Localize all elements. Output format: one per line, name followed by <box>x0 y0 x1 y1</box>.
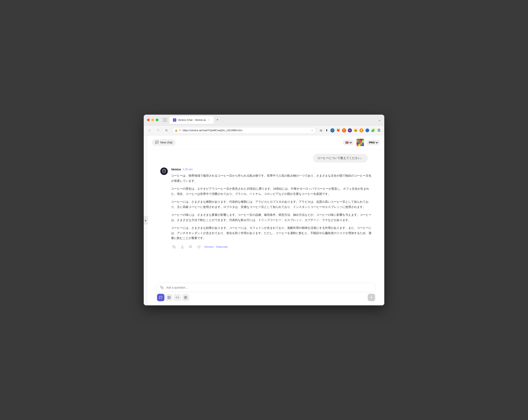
toolbar-left <box>157 294 189 301</box>
new-chat-label: New chat <box>160 141 172 144</box>
copy-button[interactable] <box>171 244 177 250</box>
svg-rect-14 <box>360 144 362 146</box>
traffic-lights <box>147 118 158 121</box>
extension-unknown1[interactable]: 🛡 <box>330 128 335 132</box>
url-text: https://venice.ai/chat/YQeMCswj3m_mDJ0BK… <box>182 129 309 132</box>
minimize-button[interactable] <box>151 118 154 121</box>
new-chat-button[interactable]: New chat <box>152 139 176 146</box>
extension-pocket[interactable]: 🗂 <box>319 128 323 132</box>
flag-button[interactable] <box>188 244 193 250</box>
extension-circle[interactable]: 🔵 <box>365 128 369 132</box>
svg-rect-3 <box>362 139 364 140</box>
svg-rect-7 <box>362 140 364 142</box>
tab-bar: V Venice Chat - Venice.ai × + <box>170 116 376 124</box>
close-button[interactable] <box>147 118 150 121</box>
ai-paragraph-3: コーヒーには、さまざまな種類があります。代表的な種類には、アラビカとロブスタがあ… <box>171 199 372 209</box>
svg-rect-19 <box>164 170 164 170</box>
svg-rect-11 <box>362 142 364 144</box>
star-icon[interactable]: ☆ <box>311 129 313 132</box>
extension-ud[interactable]: υ <box>348 128 352 132</box>
active-tab[interactable]: V Venice Chat - Venice.ai × <box>170 116 214 124</box>
reload-button[interactable]: ↻ <box>164 128 169 133</box>
window-menu-button[interactable]: ⌄ <box>378 118 381 122</box>
titlebar: V Venice Chat - Venice.ai × + ⌄ <box>144 115 384 125</box>
chat-input[interactable] <box>166 286 372 289</box>
user-bubble: コーヒーについて教えてください。 <box>313 154 368 163</box>
sidebar-toggle-button[interactable]: ▶ <box>144 216 148 224</box>
svg-rect-1 <box>358 139 360 140</box>
user-message: コーヒーについて教えてください。 <box>160 154 372 163</box>
settings-mode-button[interactable] <box>182 294 189 301</box>
site-settings-icon: ⊕ <box>179 129 181 132</box>
svg-rect-4 <box>357 140 358 142</box>
ai-paragraph-5: コーヒーには、さまざまな効果があります。コーヒーには、カフェインが含まれており、… <box>171 225 372 241</box>
svg-rect-5 <box>358 140 360 142</box>
extension-btc[interactable]: ₿ <box>360 128 363 132</box>
svg-rect-2 <box>360 139 362 140</box>
browser-bar: ↻ 🔒 ⊕ https://venice.ai/chat/YQeMCswj3m_… <box>144 125 384 135</box>
elaborate-button[interactable]: Elaborate <box>216 245 228 248</box>
user-avatar[interactable] <box>357 139 364 146</box>
attachment-icon[interactable]: 📎 <box>160 285 164 289</box>
tab-close-button[interactable]: × <box>207 118 210 121</box>
shorten-button[interactable]: Shorten <box>204 245 214 248</box>
ai-paragraph-2: コーヒーの歴史は、エチオピアでコーヒー豆が発見された15世紀に遡ります。16世紀… <box>171 186 372 196</box>
tab-label: Venice Chat - Venice.ai <box>178 118 206 121</box>
app-header: New chat 🇬🇧 <box>148 135 384 150</box>
maximize-button[interactable] <box>156 118 158 121</box>
security-icons: 🔒 ⊕ <box>175 129 181 132</box>
chat-mode-button[interactable] <box>157 294 165 301</box>
back-button[interactable] <box>147 128 153 133</box>
ai-response-time: 2.20 sec <box>183 168 193 171</box>
svg-rect-13 <box>358 144 360 146</box>
svg-point-18 <box>165 171 165 171</box>
svg-point-24 <box>168 297 169 297</box>
language-selector[interactable]: 🇬🇧 <box>343 140 354 145</box>
new-tab-button[interactable]: + <box>215 117 220 123</box>
new-chat-icon <box>155 141 159 144</box>
ai-header: Venice 2.20 sec <box>171 167 372 171</box>
avatar-pixelart <box>357 139 364 146</box>
extension-fox[interactable]: 🦊 <box>336 128 340 132</box>
chevron-down-icon <box>349 141 352 143</box>
svg-rect-10 <box>360 142 362 144</box>
sidebar-toggle-icon[interactable] <box>163 118 167 122</box>
svg-rect-8 <box>357 142 358 144</box>
address-bar[interactable]: 🔒 ⊕ https://venice.ai/chat/YQeMCswj3m_mD… <box>172 127 316 134</box>
svg-rect-15 <box>362 144 364 146</box>
ai-paragraph-1: コーヒーは、熱帯地域で栽培されるコーヒー豆から作られる飲み物です。世界中で人気の… <box>171 173 372 183</box>
extension-p[interactable]: P <box>342 128 346 132</box>
ai-message: Venice 2.20 sec コーヒーは、熱帯地域で栽培されるコーヒー豆から作… <box>160 167 372 250</box>
extension-menu[interactable]: ☰ <box>377 128 381 132</box>
svg-rect-6 <box>360 140 362 142</box>
svg-point-25 <box>185 297 186 298</box>
window-controls-right: ⌄ <box>378 118 381 122</box>
image-mode-button[interactable] <box>165 294 173 301</box>
svg-rect-20 <box>174 246 175 248</box>
chat-area: コーヒーについて教えてください。 <box>148 150 384 280</box>
venice-logo-icon <box>161 168 167 174</box>
extension-puzzle[interactable]: 🧩 <box>371 128 375 132</box>
send-button[interactable] <box>368 294 375 301</box>
extension-ninja[interactable]: 🐱 <box>354 128 358 132</box>
lock-icon: 🔒 <box>175 129 178 132</box>
pro-badge[interactable]: PRO <box>366 140 380 145</box>
svg-rect-9 <box>358 142 360 144</box>
input-box: 📎 <box>156 283 376 292</box>
ai-name: Venice <box>171 167 181 171</box>
browser-extensions: 🗂 ⬇ 🛡 🦊 P υ 🐱 ₿ 🔵 🧩 ☰ <box>319 128 381 132</box>
svg-point-17 <box>163 171 163 171</box>
share-button[interactable] <box>179 244 185 250</box>
svg-rect-0 <box>357 139 358 140</box>
refresh-button[interactable] <box>196 244 202 250</box>
language-flag: 🇬🇧 <box>345 141 349 144</box>
forward-button[interactable] <box>155 128 161 133</box>
browser-window: V Venice Chat - Venice.ai × + ⌄ ↻ 🔒 ⊕ ht… <box>144 115 384 305</box>
action-bar: Shorten Elaborate <box>171 244 372 250</box>
user-message-text: コーヒーについて教えてください。 <box>317 156 363 160</box>
input-area: 📎 <box>148 280 384 305</box>
extension-download[interactable]: ⬇ <box>324 128 329 132</box>
ai-avatar <box>160 167 168 175</box>
ai-text: コーヒーは、熱帯地域で栽培されるコーヒー豆から作られる飲み物です。世界中で人気の… <box>171 173 372 241</box>
code-mode-button[interactable] <box>174 294 181 301</box>
